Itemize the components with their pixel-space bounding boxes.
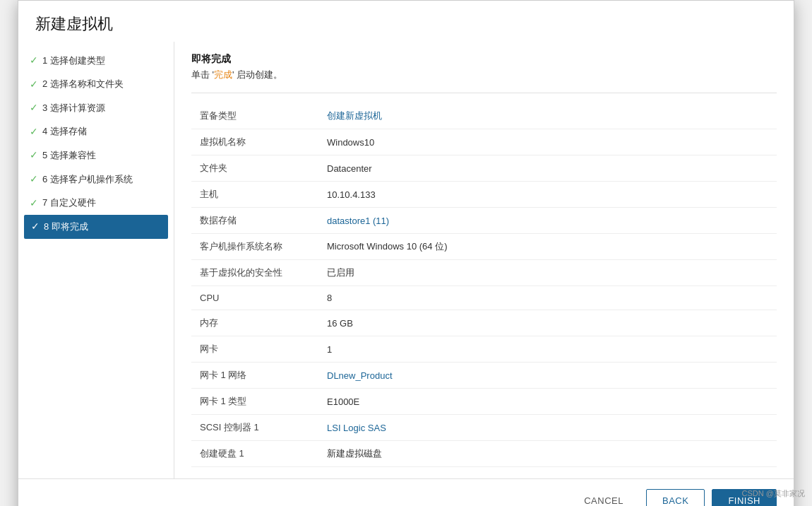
row-value-13: 新建虚拟磁盘 <box>318 441 777 467</box>
table-row: CPU8 <box>191 286 777 310</box>
row-value-4[interactable]: datastore1 (11) <box>318 208 777 234</box>
table-row: 主机10.10.4.133 <box>191 182 777 208</box>
dialog-header: 新建虚拟机 <box>18 1 794 42</box>
sidebar-item-step5[interactable]: ✓5 选择兼容性 <box>18 143 174 167</box>
table-row: SCSI 控制器 1LSI Logic SAS <box>191 415 777 441</box>
row-label-4: 数据存储 <box>191 208 318 234</box>
table-row: 网卡 1 类型E1000E <box>191 389 777 415</box>
row-label-1: 虚拟机名称 <box>191 129 318 155</box>
table-row: 基于虚拟化的安全性已启用 <box>191 260 777 286</box>
table-row: 网卡 1 网络DLnew_Product <box>191 363 777 389</box>
watermark: CSDN @莫非家况 <box>742 488 805 499</box>
dialog-footer: CANCEL BACK FINISH <box>18 478 794 506</box>
check-icon-step5: ✓ <box>30 148 38 163</box>
row-value-5: Microsoft Windows 10 (64 位) <box>318 234 777 260</box>
sidebar-item-step2[interactable]: ✓2 选择名称和文件夹 <box>18 73 174 97</box>
table-row: 文件夹Datacenter <box>191 155 777 182</box>
cancel-button[interactable]: CANCEL <box>568 490 639 506</box>
sidebar-item-step1[interactable]: ✓1 选择创建类型 <box>18 49 174 73</box>
sidebar-item-step8[interactable]: ✓8 即将完成 <box>24 215 168 239</box>
row-label-10: 网卡 1 网络 <box>191 363 318 389</box>
row-label-7: CPU <box>191 286 318 310</box>
table-row: 网卡1 <box>191 336 777 363</box>
check-icon-step7: ✓ <box>30 196 38 211</box>
finish-word: 完成 <box>214 69 232 80</box>
new-vm-dialog: 新建虚拟机 ✓1 选择创建类型✓2 选择名称和文件夹✓3 选择计算资源✓4 选择… <box>18 0 794 506</box>
sidebar-item-label-step8: 8 即将完成 <box>44 220 88 233</box>
row-value-10[interactable]: DLnew_Product <box>318 363 777 389</box>
row-label-0: 置备类型 <box>191 103 318 129</box>
check-icon-step4: ✓ <box>30 125 38 139</box>
dialog-title: 新建虚拟机 <box>35 13 777 35</box>
section-subtitle: 单击 '完成' 启动创建。 <box>191 69 777 81</box>
table-row: 虚拟机名称Windows10 <box>191 129 777 155</box>
divider <box>191 93 777 93</box>
sidebar-item-label-step4: 4 选择存储 <box>42 125 87 138</box>
row-label-11: 网卡 1 类型 <box>191 389 318 415</box>
table-row: 创建硬盘 1新建虚拟磁盘 <box>191 441 777 467</box>
dialog-body: ✓1 选择创建类型✓2 选择名称和文件夹✓3 选择计算资源✓4 选择存储✓5 选… <box>18 42 794 478</box>
row-label-8: 内存 <box>191 310 318 336</box>
sidebar-item-label-step6: 6 选择客户机操作系统 <box>42 173 133 186</box>
row-value-1: Windows10 <box>318 129 777 155</box>
row-value-9: 1 <box>318 336 777 363</box>
check-icon-step3: ✓ <box>30 101 38 115</box>
sidebar: ✓1 选择创建类型✓2 选择名称和文件夹✓3 选择计算资源✓4 选择存储✓5 选… <box>18 42 174 478</box>
sidebar-item-label-step2: 2 选择名称和文件夹 <box>42 78 124 90</box>
row-value-8: 16 GB <box>318 310 777 336</box>
sidebar-item-step6[interactable]: ✓6 选择客户机操作系统 <box>18 167 174 192</box>
check-icon-step1: ✓ <box>30 54 38 68</box>
row-label-2: 文件夹 <box>191 155 318 182</box>
section-title: 即将完成 <box>191 53 777 66</box>
check-icon-step6: ✓ <box>30 172 38 187</box>
table-row: 置备类型创建新虚拟机 <box>191 103 777 129</box>
row-label-3: 主机 <box>191 182 318 208</box>
table-row: 客户机操作系统名称Microsoft Windows 10 (64 位) <box>191 234 777 260</box>
sidebar-item-step3[interactable]: ✓3 选择计算资源 <box>18 96 174 120</box>
row-value-0[interactable]: 创建新虚拟机 <box>318 103 777 129</box>
sidebar-item-label-step7: 7 自定义硬件 <box>42 196 96 209</box>
main-inner: 即将完成 单击 '完成' 启动创建。 置备类型创建新虚拟机虚拟机名称Window… <box>174 42 794 478</box>
row-label-5: 客户机操作系统名称 <box>191 234 318 260</box>
row-label-13: 创建硬盘 1 <box>191 441 318 467</box>
main-content: 即将完成 单击 '完成' 启动创建。 置备类型创建新虚拟机虚拟机名称Window… <box>174 42 794 478</box>
row-label-12: SCSI 控制器 1 <box>191 415 318 441</box>
check-icon-step2: ✓ <box>30 78 38 92</box>
sidebar-item-label-step3: 3 选择计算资源 <box>42 102 105 114</box>
row-label-6: 基于虚拟化的安全性 <box>191 260 318 286</box>
sidebar-item-label-step5: 5 选择兼容性 <box>42 149 96 162</box>
row-value-2: Datacenter <box>318 155 777 182</box>
sidebar-item-step4[interactable]: ✓4 选择存储 <box>18 120 174 144</box>
summary-table: 置备类型创建新虚拟机虚拟机名称Windows10文件夹Datacenter主机1… <box>191 103 777 467</box>
row-value-6: 已启用 <box>318 260 777 286</box>
row-value-7: 8 <box>318 286 777 310</box>
back-button[interactable]: BACK <box>646 489 705 506</box>
sidebar-item-label-step1: 1 选择创建类型 <box>42 54 105 67</box>
table-row: 内存16 GB <box>191 310 777 336</box>
row-value-3: 10.10.4.133 <box>318 182 777 208</box>
row-value-11: E1000E <box>318 389 777 415</box>
table-row: 数据存储datastore1 (11) <box>191 208 777 234</box>
sidebar-item-step7[interactable]: ✓7 自定义硬件 <box>18 192 174 216</box>
check-icon-step8: ✓ <box>31 220 40 234</box>
row-label-9: 网卡 <box>191 336 318 363</box>
row-value-12[interactable]: LSI Logic SAS <box>318 415 777 441</box>
